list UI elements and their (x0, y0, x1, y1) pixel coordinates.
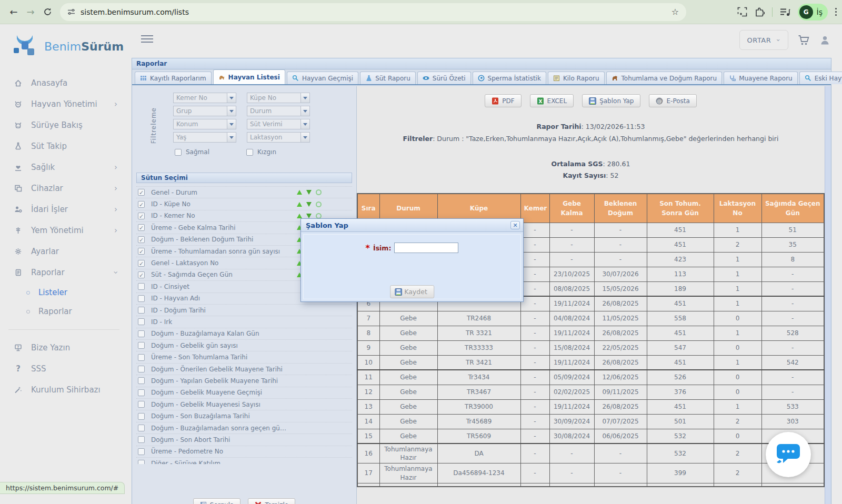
column-checkbox[interactable] (138, 425, 145, 431)
column-item[interactable]: Doğum - Önerilen Gebelik Muayene Tarihi (136, 364, 352, 375)
sidebar-item-hayvan-yonetimi[interactable]: Hayvan Yönetimi› (0, 94, 128, 115)
template-name-input[interactable] (394, 243, 458, 253)
checkbox[interactable] (175, 149, 182, 156)
column-checkbox[interactable] (138, 283, 145, 290)
column-checkbox[interactable] (138, 260, 145, 267)
sidebar-item-yem-yonetimi[interactable]: Yem Yönetimi› (0, 220, 128, 241)
tab-kilo-raporu[interactable]: Kilo Raporu (548, 72, 605, 84)
back-icon[interactable]: ← (5, 4, 22, 21)
browser-menu-icon[interactable] (835, 8, 837, 16)
chevron-down-icon[interactable] (300, 119, 309, 129)
column-checkbox[interactable] (138, 377, 145, 384)
filter-dropdown[interactable]: Süt Verimi (247, 119, 310, 129)
column-checkbox[interactable] (138, 413, 145, 420)
filter-checkbox-row[interactable]: Sağmal (175, 148, 209, 156)
farm-selector[interactable]: ORTAR › (739, 30, 788, 50)
sidebar-item-saglik[interactable]: Sağlık› (0, 157, 128, 178)
column-checkbox[interactable] (138, 448, 145, 455)
chevron-down-icon[interactable] (300, 106, 309, 116)
column-checkbox[interactable] (138, 189, 145, 196)
column-checkbox[interactable] (138, 271, 145, 278)
address-bar[interactable]: sistem.benimsurum.com/lists ☆ (60, 3, 686, 21)
column-item[interactable]: Doğum - Yapılan Gebelik Muayene Tarihi (136, 375, 352, 387)
chevron-down-icon[interactable] (227, 133, 236, 142)
filter-dropdown[interactable]: Konum (173, 119, 236, 129)
sidebar-item-idari-isler[interactable]: İdari İşler› (0, 199, 128, 220)
column-item[interactable]: Diğer - Sürüye Katılım (136, 458, 352, 464)
column-checkbox[interactable] (138, 213, 145, 219)
column-checkbox[interactable] (138, 224, 145, 231)
pdf-button[interactable]: PDF (485, 94, 521, 107)
filter-dropdown[interactable]: Laktasyon (247, 132, 310, 143)
chevron-down-icon[interactable] (227, 106, 236, 116)
reading-list-icon[interactable] (780, 7, 790, 17)
checkbox[interactable] (246, 149, 253, 156)
column-item[interactable]: Doğum - Son Abort Tarihi (136, 434, 352, 446)
tab-muayene-raporu[interactable]: Muayene Raporu (724, 72, 798, 84)
move-down-icon[interactable] (306, 214, 312, 218)
column-checkbox[interactable] (138, 401, 145, 408)
url-text[interactable]: sistem.benimsurum.com/lists (81, 8, 671, 16)
sablon-yap-button[interactable]: Şablon Yap (582, 94, 640, 107)
filter-dropdown[interactable]: Durum (247, 106, 310, 116)
filter-checkbox-row[interactable]: Kızgın (246, 148, 276, 156)
column-checkbox[interactable] (138, 436, 145, 443)
refresh-icon[interactable] (316, 201, 322, 207)
filter-dropdown[interactable]: Kemer No (173, 93, 236, 103)
tab-sperma-istatistik[interactable]: Sperma İstatistik (473, 72, 546, 84)
tab-hayvan-gecmisi[interactable]: Hayvan Geçmişi (287, 72, 358, 84)
column-item[interactable]: Üreme - Son Tohumlama Tarihi (136, 351, 352, 363)
app-logo[interactable]: BenimSürüm (0, 24, 128, 62)
temizle-button[interactable]: Temizle (248, 498, 295, 504)
chevron-down-icon[interactable] (300, 93, 309, 103)
move-down-icon[interactable] (306, 202, 312, 207)
column-checkbox[interactable] (138, 201, 145, 208)
column-checkbox[interactable] (138, 307, 145, 314)
vertical-scrollbar[interactable] (825, 86, 831, 504)
tab-suru-ozeti[interactable]: Sürü Özeti (417, 72, 471, 84)
excel-button[interactable]: X EXCEL (530, 94, 574, 107)
sidebar-item-kurulum-sihirbazi[interactable]: Kurulum Sihirbazı (0, 379, 128, 400)
column-item[interactable]: ID - Doğum Tarihi (136, 305, 352, 316)
move-up-icon[interactable] (297, 202, 302, 207)
tab-sut-raporu[interactable]: Süt Raporu (360, 72, 416, 84)
column-item[interactable]: ID - Küpe No (136, 198, 352, 210)
column-item[interactable]: Üreme - Pedometre No (136, 446, 352, 458)
chevron-down-icon[interactable] (300, 133, 309, 142)
column-item[interactable]: ID - Irk (136, 316, 352, 328)
column-item[interactable]: Genel - Durum (136, 187, 352, 198)
column-item[interactable]: Doğum - Gebelik Muayene Geçmişi (136, 387, 352, 399)
column-checkbox[interactable] (138, 330, 145, 337)
filter-dropdown[interactable]: Grup (173, 106, 236, 116)
eposta-button[interactable]: @ E-Posta (649, 94, 696, 107)
column-checkbox[interactable] (138, 366, 145, 372)
sidebar-item-sss[interactable]: ? SSS (0, 358, 128, 379)
sidebar-item-ayarlar[interactable]: Ayarlar (0, 241, 128, 262)
tab-hayvan-listesi[interactable]: Hayvan Listesi (213, 69, 285, 84)
chat-widget-button[interactable] (766, 432, 811, 477)
column-checkbox[interactable] (138, 342, 145, 349)
tab-capture-icon[interactable] (737, 7, 747, 17)
column-checkbox[interactable] (138, 389, 145, 396)
sidebar-item-suruye-bakis[interactable]: Sürüye Bakış (0, 115, 128, 136)
sidebar-item-bize-yazin[interactable]: ? Bize Yazın (0, 337, 128, 358)
user-icon[interactable] (819, 35, 830, 46)
close-icon[interactable]: ✕ (510, 221, 520, 229)
sidebar-item-raporlar-sub[interactable]: Raporlar (0, 302, 128, 321)
tab-tohumlama-dogum-raporu[interactable]: Tohumlama ve Doğum Raporu (606, 72, 723, 84)
sidebar-item-sut-takip[interactable]: Süt Takip (0, 136, 128, 157)
sorgula-button[interactable]: Sorgula (193, 498, 241, 504)
chevron-down-icon[interactable] (227, 93, 236, 103)
column-checkbox[interactable] (138, 354, 145, 361)
bookmark-star-icon[interactable]: ☆ (671, 7, 679, 17)
column-item[interactable]: Doğum - Buzağılamaya Kalan Gün (136, 328, 352, 340)
column-checkbox[interactable] (138, 460, 145, 464)
refresh-icon[interactable] (316, 189, 322, 195)
kaydet-button[interactable]: Kaydet (390, 285, 434, 298)
reload-icon[interactable] (39, 4, 56, 21)
menu-toggle-icon[interactable] (141, 33, 153, 45)
sidebar-item-listeler[interactable]: Listeler (0, 283, 128, 302)
cart-icon[interactable] (798, 35, 810, 46)
column-checkbox[interactable] (138, 236, 145, 243)
move-up-icon[interactable] (297, 190, 302, 195)
